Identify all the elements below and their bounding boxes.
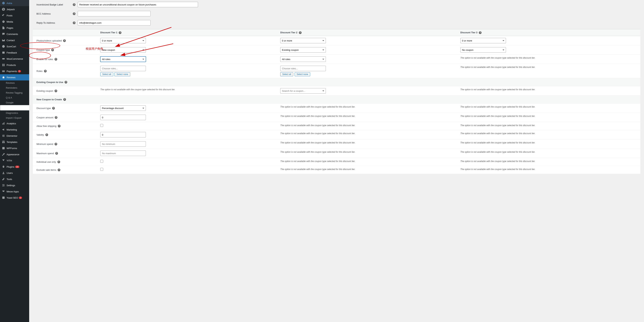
svg-rect-3 [2, 52, 5, 54]
coupon-type-t1-select[interactable] [100, 47, 146, 53]
coupon-amount-t1-input[interactable] [100, 115, 146, 120]
bcc-input[interactable] [78, 11, 150, 16]
sidebar-item-plugins[interactable]: Plugins15 [0, 164, 29, 170]
sidebar-item-products[interactable]: Products [0, 62, 29, 68]
woo-icon [2, 57, 5, 60]
astra-icon [2, 1, 5, 5]
help-icon[interactable]: ? [55, 152, 58, 155]
help-icon[interactable]: ? [58, 125, 60, 127]
enable-roles-t2-select[interactable] [280, 56, 326, 62]
help-icon[interactable]: ? [58, 168, 60, 171]
svg-rect-6 [4, 64, 4, 65]
help-icon[interactable]: ? [63, 39, 66, 42]
sidebar-subitem-google[interactable]: Google [0, 100, 29, 105]
enable-roles-label: Enable for roles [36, 58, 53, 61]
help-icon[interactable]: ? [51, 49, 54, 51]
help-icon[interactable]: ? [54, 143, 57, 146]
svg-rect-14 [2, 135, 3, 137]
svg-rect-20 [4, 142, 4, 143]
sidebar-item-media[interactable]: Media [0, 18, 29, 25]
help-icon[interactable]: ? [54, 90, 57, 92]
exclude-sale-t1-checkbox[interactable] [100, 168, 103, 171]
coupon-amount-label: Coupon amount [36, 116, 54, 119]
sidebar-item-posts[interactable]: Posts [0, 12, 29, 18]
help-icon[interactable]: ? [63, 98, 66, 101]
help-icon[interactable]: ? [119, 31, 122, 34]
sidebar-item-pages[interactable]: Pages [0, 25, 29, 31]
help-icon[interactable]: ? [73, 3, 76, 6]
sidebar-item-templates[interactable]: Templates [0, 139, 29, 145]
coupon-type-t3-select[interactable] [460, 47, 506, 53]
select-all-button[interactable]: Select all [280, 72, 293, 76]
tools-icon [2, 177, 5, 181]
sidebar-item-analytics[interactable]: Analytics [0, 120, 29, 127]
sidebar-subitem-settings[interactable]: Settings [0, 105, 29, 111]
sidebar-subitem-diagnostics[interactable]: Diagnostics [0, 111, 29, 115]
jetpack-icon [2, 8, 5, 11]
sidebar-item-elementor[interactable]: Elementor [0, 133, 29, 139]
unavailable-text: The option is not available with the cou… [460, 115, 637, 118]
sidebar-item-users[interactable]: Users [0, 170, 29, 176]
help-icon[interactable]: ? [73, 21, 76, 24]
sidebar-subitem-reviews[interactable]: Reviews [0, 80, 29, 85]
existing-coupon-t2-select[interactable] [280, 88, 326, 94]
sidebar-subitem-q-a[interactable]: Q & A [0, 95, 29, 100]
enable-roles-t1-select[interactable] [100, 56, 146, 62]
individual-label: Individual use only [36, 161, 56, 163]
help-icon[interactable]: ? [73, 12, 76, 15]
photos-t3-select[interactable] [460, 38, 506, 43]
reply-input[interactable] [78, 20, 150, 25]
help-icon[interactable]: ? [299, 31, 302, 34]
help-icon[interactable]: ? [52, 107, 55, 110]
sidebar-item-marketing[interactable]: Marketing [0, 127, 29, 133]
sidebar-subitem-import-export[interactable]: Import / Export [0, 115, 29, 120]
help-icon[interactable]: ? [64, 81, 67, 84]
sidebar-item-reviews[interactable]: Reviews [0, 74, 29, 80]
help-icon[interactable]: ? [58, 161, 60, 163]
sidebar-item-surecart[interactable]: SureCart [0, 43, 29, 49]
validity-label: Validity [36, 134, 44, 136]
max-spend-t1-input[interactable] [100, 151, 146, 156]
help-icon[interactable]: ? [46, 134, 48, 136]
incentivized-input[interactable] [78, 2, 198, 7]
roles-t1-input[interactable] [100, 66, 146, 71]
sidebar-subitem-reminders[interactable]: Reminders [0, 85, 29, 90]
sidebar-item-yith[interactable]: YITH [0, 158, 29, 164]
unavailable-text: The option is not available with the cou… [280, 124, 456, 127]
help-icon[interactable]: ? [54, 58, 57, 61]
photos-t2-select[interactable] [280, 38, 326, 43]
sidebar-item-payments[interactable]: Payments1 [0, 68, 29, 74]
sidebar-item-feedback[interactable]: Feedback [0, 49, 29, 56]
svg-rect-4 [2, 58, 5, 59]
sidebar-item-contact[interactable]: Contact [0, 37, 29, 43]
sidebar-item-comments[interactable]: Comments [0, 31, 29, 37]
media-icon [2, 20, 5, 23]
help-icon[interactable]: ? [479, 31, 482, 34]
select-all-button[interactable]: Select all [100, 72, 113, 76]
sidebar-item-appearance[interactable]: Appearance [0, 151, 29, 158]
sidebar-item-wpforms[interactable]: WPForms [0, 145, 29, 151]
roles-t2-input[interactable] [280, 66, 326, 71]
sidebar-item-woocommerce[interactable]: WooCommerce [0, 56, 29, 62]
discount-type-t1-select[interactable] [100, 105, 146, 111]
sidebar-subitem-review-tagging[interactable]: Review Tagging [0, 90, 29, 95]
individual-t1-checkbox[interactable] [100, 160, 103, 163]
users-icon [2, 171, 5, 174]
photos-t1-select[interactable] [100, 38, 146, 43]
help-icon[interactable]: ? [44, 70, 47, 72]
unavailable-text: The option is not available with the cou… [460, 66, 637, 69]
coupon-type-t2-select[interactable] [280, 47, 326, 53]
sidebar-item-tools[interactable]: Tools [0, 176, 29, 181]
unavailable-text: The option is not available with the cou… [280, 105, 456, 109]
select-none-button[interactable]: Select none [114, 72, 130, 76]
help-icon[interactable]: ? [55, 116, 58, 119]
validity-t1-input[interactable] [100, 132, 146, 138]
svg-rect-21 [2, 147, 5, 150]
sidebar-item-jetpack[interactable]: Jetpack [0, 6, 29, 12]
min-spend-t1-input[interactable] [100, 141, 146, 147]
sidebar-item-astra[interactable]: Astra [0, 0, 29, 6]
select-none-button[interactable]: Select none [295, 72, 310, 76]
unavailable-text: The option is not available with the cou… [460, 151, 637, 154]
templates-icon [2, 140, 5, 144]
free-shipping-t1-checkbox[interactable] [100, 124, 103, 127]
